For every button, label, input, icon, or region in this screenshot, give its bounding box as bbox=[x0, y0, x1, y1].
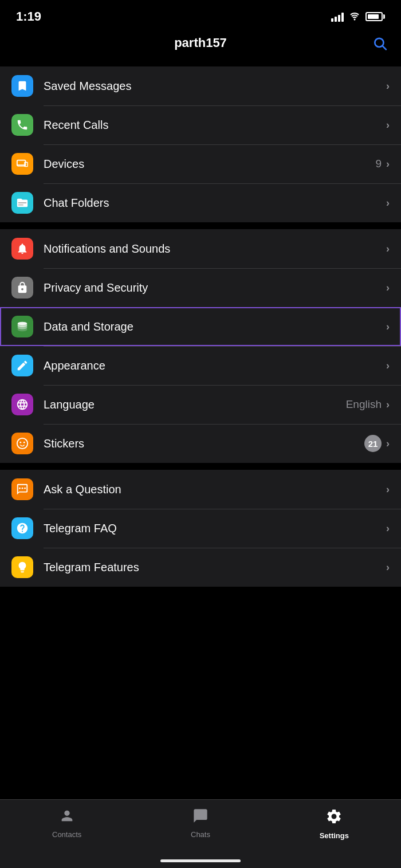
settings-item-chat-folders[interactable]: Chat Folders › bbox=[0, 183, 401, 222]
settings-groups: Saved Messages › Recent Calls › Devices … bbox=[0, 66, 401, 587]
recent-calls-icon bbox=[11, 114, 33, 136]
saved-messages-icon bbox=[11, 75, 33, 97]
gap-top bbox=[0, 60, 401, 66]
svg-rect-4 bbox=[18, 202, 27, 203]
tab-settings[interactable]: Settings bbox=[268, 806, 401, 840]
privacy-label: Privacy and Security bbox=[44, 281, 386, 294]
recent-calls-label: Recent Calls bbox=[44, 119, 386, 132]
telegram-features-chevron: › bbox=[386, 561, 390, 574]
settings-item-saved-messages[interactable]: Saved Messages › bbox=[0, 66, 401, 105]
language-label: Language bbox=[44, 398, 346, 411]
settings-tab-icon bbox=[325, 808, 343, 829]
signal-icon bbox=[331, 11, 344, 22]
recent-calls-chevron: › bbox=[386, 119, 390, 131]
chats-tab-icon bbox=[192, 808, 209, 828]
settings-item-devices[interactable]: Devices 9 › bbox=[0, 144, 401, 183]
status-icons bbox=[331, 10, 385, 23]
privacy-icon bbox=[11, 277, 33, 299]
data-storage-icon bbox=[11, 316, 33, 337]
language-icon bbox=[11, 394, 33, 415]
stickers-icon bbox=[11, 433, 33, 454]
devices-label: Devices bbox=[44, 158, 375, 171]
svg-line-1 bbox=[383, 46, 386, 49]
gap-2 bbox=[0, 463, 401, 470]
settings-group-2: Notifications and Sounds › Privacy and S… bbox=[0, 229, 401, 463]
tab-bar: Contacts Chats Settings bbox=[0, 799, 401, 868]
tab-contacts[interactable]: Contacts bbox=[0, 806, 133, 839]
ask-question-icon bbox=[11, 478, 33, 500]
notifications-icon bbox=[11, 238, 33, 260]
appearance-icon bbox=[11, 355, 33, 376]
status-time: 1:19 bbox=[16, 9, 41, 24]
search-button[interactable] bbox=[372, 36, 387, 55]
status-bar: 1:19 bbox=[0, 0, 401, 31]
chats-tab-label: Chats bbox=[191, 830, 210, 839]
settings-tab-label: Settings bbox=[320, 831, 349, 840]
devices-icon bbox=[11, 153, 33, 175]
gap-1 bbox=[0, 222, 401, 229]
telegram-faq-label: Telegram FAQ bbox=[44, 522, 386, 535]
home-indicator bbox=[160, 859, 241, 862]
devices-chevron: › bbox=[386, 158, 390, 170]
settings-item-language[interactable]: Language English › bbox=[0, 385, 401, 424]
settings-group-1: Saved Messages › Recent Calls › Devices … bbox=[0, 66, 401, 222]
devices-value: 9 bbox=[375, 158, 382, 170]
svg-point-11 bbox=[19, 488, 21, 489]
saved-messages-chevron: › bbox=[386, 80, 390, 92]
telegram-faq-chevron: › bbox=[386, 523, 390, 535]
svg-point-10 bbox=[22, 488, 23, 489]
settings-item-notifications[interactable]: Notifications and Sounds › bbox=[0, 229, 401, 268]
tab-chats[interactable]: Chats bbox=[133, 806, 267, 839]
privacy-chevron: › bbox=[386, 282, 390, 294]
stickers-label: Stickers bbox=[44, 437, 364, 450]
battery-icon bbox=[365, 12, 385, 21]
svg-point-9 bbox=[23, 442, 25, 443]
svg-rect-5 bbox=[18, 205, 23, 206]
settings-group-3: Ask a Question › Telegram FAQ › Telegram… bbox=[0, 470, 401, 587]
svg-point-12 bbox=[24, 488, 26, 489]
notifications-label: Notifications and Sounds bbox=[44, 242, 386, 256]
page-title: parth157 bbox=[174, 36, 227, 50]
settings-item-telegram-features[interactable]: Telegram Features › bbox=[0, 548, 401, 587]
telegram-features-icon bbox=[11, 556, 33, 578]
ask-question-label: Ask a Question bbox=[44, 483, 386, 496]
language-chevron: › bbox=[386, 399, 390, 411]
contacts-tab-label: Contacts bbox=[52, 830, 81, 839]
telegram-features-label: Telegram Features bbox=[44, 561, 386, 574]
settings-item-data-storage[interactable]: Data and Storage › bbox=[0, 307, 401, 346]
svg-point-7 bbox=[17, 438, 27, 449]
data-storage-label: Data and Storage bbox=[44, 320, 386, 333]
chat-folders-label: Chat Folders bbox=[44, 197, 386, 210]
telegram-faq-icon bbox=[11, 517, 33, 539]
appearance-chevron: › bbox=[386, 360, 390, 372]
settings-item-stickers[interactable]: Stickers 21 › bbox=[0, 424, 401, 463]
language-value: English bbox=[346, 398, 382, 411]
data-storage-chevron: › bbox=[386, 321, 390, 333]
contacts-tab-icon bbox=[59, 808, 75, 828]
settings-item-telegram-faq[interactable]: Telegram FAQ › bbox=[0, 509, 401, 548]
wifi-icon bbox=[348, 10, 361, 23]
notifications-chevron: › bbox=[386, 243, 390, 255]
settings-item-recent-calls[interactable]: Recent Calls › bbox=[0, 105, 401, 144]
appearance-label: Appearance bbox=[44, 359, 386, 372]
settings-item-privacy[interactable]: Privacy and Security › bbox=[0, 268, 401, 307]
chat-folders-icon bbox=[11, 192, 33, 214]
stickers-badge: 21 bbox=[364, 435, 382, 452]
ask-question-chevron: › bbox=[386, 484, 390, 496]
settings-item-ask-question[interactable]: Ask a Question › bbox=[0, 470, 401, 509]
svg-point-8 bbox=[19, 442, 21, 443]
header: parth157 bbox=[0, 31, 401, 60]
saved-messages-label: Saved Messages bbox=[44, 80, 386, 93]
chat-folders-chevron: › bbox=[386, 197, 390, 209]
stickers-chevron: › bbox=[386, 438, 390, 450]
settings-item-appearance[interactable]: Appearance › bbox=[0, 346, 401, 385]
